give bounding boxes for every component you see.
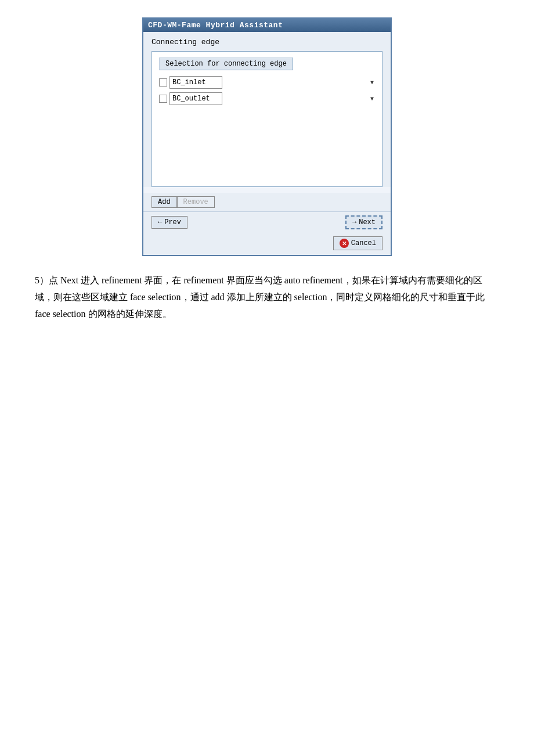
- dropdown-wrapper-1: BC_inlet BC_outlet ▼: [169, 76, 375, 89]
- prev-button[interactable]: Prev: [151, 216, 187, 229]
- dropdown-arrow-2: ▼: [370, 96, 374, 102]
- next-label: Next: [359, 218, 376, 226]
- cancel-label: Cancel: [351, 239, 376, 247]
- checkbox-1[interactable]: [159, 78, 167, 87]
- inner-panel: Selection for connecting edge BC_inlet B…: [151, 51, 383, 187]
- section-label: Connecting edge: [151, 38, 383, 46]
- next-button[interactable]: Next: [345, 215, 383, 229]
- dropdown-row-1: BC_inlet BC_outlet ▼: [159, 76, 375, 89]
- main-dialog: CFD-WM-Fame Hybrid Assistant Connecting …: [142, 17, 392, 256]
- dropdown-wrapper-2: BC_inlet BC_outlet ▼: [169, 92, 375, 105]
- dialog-body: Connecting edge Selection for connecting…: [143, 32, 391, 187]
- dialog-title: CFD-WM-Fame Hybrid Assistant: [148, 21, 283, 30]
- cancel-row: ✕ Cancel: [143, 233, 391, 255]
- dropdown-1[interactable]: BC_inlet BC_outlet: [169, 76, 222, 89]
- add-button[interactable]: Add: [151, 196, 177, 208]
- dropdown-arrow-1: ▼: [370, 80, 374, 86]
- prev-label: Prev: [164, 218, 181, 226]
- cancel-icon: ✕: [340, 239, 349, 248]
- paragraph-text: 5）点 Next 进入 refinement 界面，在 refinement 界…: [35, 272, 499, 322]
- dialog-titlebar: CFD-WM-Fame Hybrid Assistant: [143, 19, 391, 32]
- remove-button[interactable]: Remove: [177, 196, 215, 208]
- dropdown-2[interactable]: BC_inlet BC_outlet: [169, 92, 222, 105]
- prev-arrow-icon: [158, 218, 162, 226]
- spacer: [159, 109, 375, 178]
- add-remove-row: Add Remove: [143, 193, 391, 211]
- next-arrow-icon: [352, 218, 356, 226]
- nav-row: Prev Next: [143, 211, 391, 233]
- dropdown-row-2: BC_inlet BC_outlet ▼: [159, 92, 375, 105]
- dialog-container: CFD-WM-Fame Hybrid Assistant Connecting …: [23, 17, 511, 256]
- checkbox-2[interactable]: [159, 95, 167, 103]
- selection-button[interactable]: Selection for connecting edge: [159, 57, 293, 70]
- cancel-button[interactable]: ✕ Cancel: [333, 236, 383, 250]
